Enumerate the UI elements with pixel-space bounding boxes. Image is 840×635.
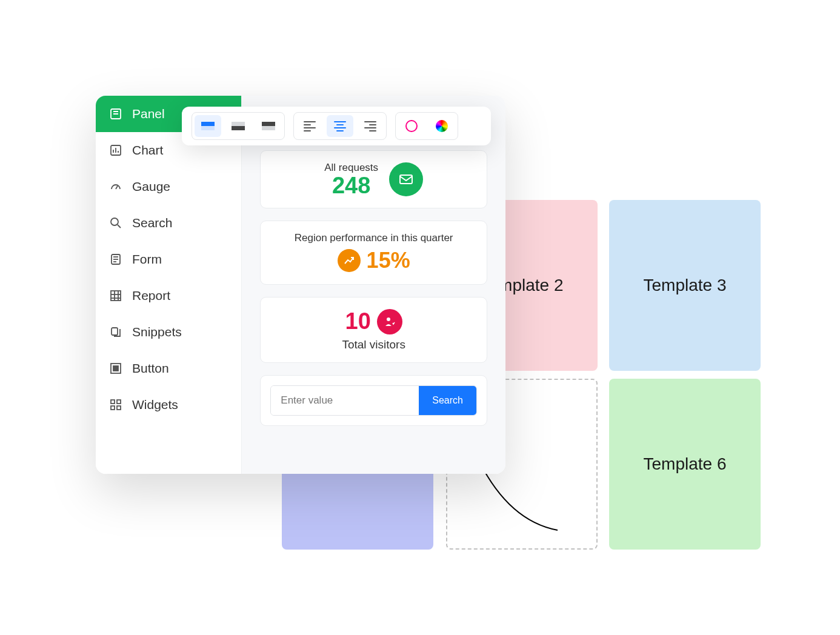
align-right-button[interactable] [357, 115, 384, 137]
form-icon [109, 253, 122, 265]
color-outline-button[interactable] [398, 115, 425, 137]
sidebar-item-snippets[interactable]: Snippets [96, 314, 241, 350]
svg-rect-23 [117, 400, 121, 404]
sidebar-item-label: Snippets [132, 325, 182, 339]
svg-rect-25 [117, 406, 121, 410]
search-button[interactable]: Search [419, 386, 476, 415]
card-region-performance[interactable]: Region performance in this quarter 15% [260, 221, 487, 285]
chart-icon [109, 144, 122, 156]
snippets-icon [109, 326, 122, 338]
color-fill-button[interactable] [428, 115, 455, 137]
card-total-visitors[interactable]: 10 Total visitors [260, 297, 487, 363]
svg-line-7 [116, 186, 118, 189]
card-label: All requests [324, 162, 378, 174]
sidebar-item-label: Gauge [132, 179, 170, 194]
sidebar-item-label: Form [132, 252, 162, 267]
svg-rect-24 [111, 406, 115, 410]
card-search: Search [260, 375, 487, 426]
align-group [293, 112, 387, 140]
sidebar-item-report[interactable]: Report [96, 278, 241, 314]
template-tile-3[interactable]: Template 3 [609, 200, 761, 371]
widget-editor: Panel Chart Gauge Search [96, 96, 505, 474]
sidebar-item-button[interactable]: Button [96, 350, 241, 387]
layout-mixed-button[interactable] [255, 115, 282, 137]
align-left-button[interactable] [296, 115, 323, 137]
template-tile-6[interactable]: Template 6 [609, 379, 761, 550]
card-value: 15% [367, 248, 410, 273]
gauge-icon [109, 181, 122, 193]
svg-rect-26 [400, 175, 412, 184]
sidebar-item-label: Chart [132, 143, 163, 158]
svg-point-8 [111, 218, 118, 225]
circle-outline-icon [405, 120, 418, 132]
button-icon [109, 362, 122, 374]
card-value: 10 [345, 308, 371, 334]
editor-content: All requests 248 Region performance in t… [242, 96, 505, 474]
card-all-requests[interactable]: All requests 248 [260, 150, 487, 208]
widgets-icon [109, 399, 122, 411]
svg-rect-22 [111, 400, 115, 404]
mail-icon [389, 162, 423, 196]
search-input[interactable] [271, 386, 419, 415]
sidebar-item-widgets[interactable]: Widgets [96, 387, 241, 423]
trend-icon [338, 249, 361, 272]
layout-bottom-button[interactable] [225, 115, 252, 137]
sidebar-item-label: Panel [132, 107, 165, 121]
search-icon [109, 217, 122, 229]
card-label: Total visitors [275, 338, 472, 351]
sidebar-item-gauge[interactable]: Gauge [96, 168, 241, 205]
report-icon [109, 290, 122, 302]
layout-group [192, 112, 285, 140]
sidebar-item-search[interactable]: Search [96, 205, 241, 241]
svg-rect-21 [113, 366, 118, 371]
format-toolbar [182, 107, 491, 145]
svg-line-9 [118, 225, 121, 228]
color-wheel-icon [436, 120, 448, 132]
sidebar-item-label: Button [132, 361, 169, 376]
svg-rect-14 [111, 291, 121, 301]
card-value: 248 [324, 174, 378, 197]
align-center-button[interactable] [327, 115, 353, 137]
sidebar-item-label: Widgets [132, 397, 178, 412]
user-icon [377, 309, 402, 334]
template-label: Template 3 [644, 276, 727, 295]
svg-rect-19 [112, 328, 118, 335]
svg-point-27 [387, 318, 390, 321]
panel-icon [109, 108, 122, 120]
widget-sidebar: Panel Chart Gauge Search [96, 96, 242, 474]
layout-top-button[interactable] [195, 115, 221, 137]
sidebar-item-label: Search [132, 216, 173, 230]
sidebar-item-form[interactable]: Form [96, 241, 241, 278]
color-group [395, 112, 458, 140]
template-label: Template 6 [644, 454, 727, 474]
sidebar-item-label: Report [132, 288, 170, 303]
card-label: Region performance in this quarter [275, 232, 472, 244]
